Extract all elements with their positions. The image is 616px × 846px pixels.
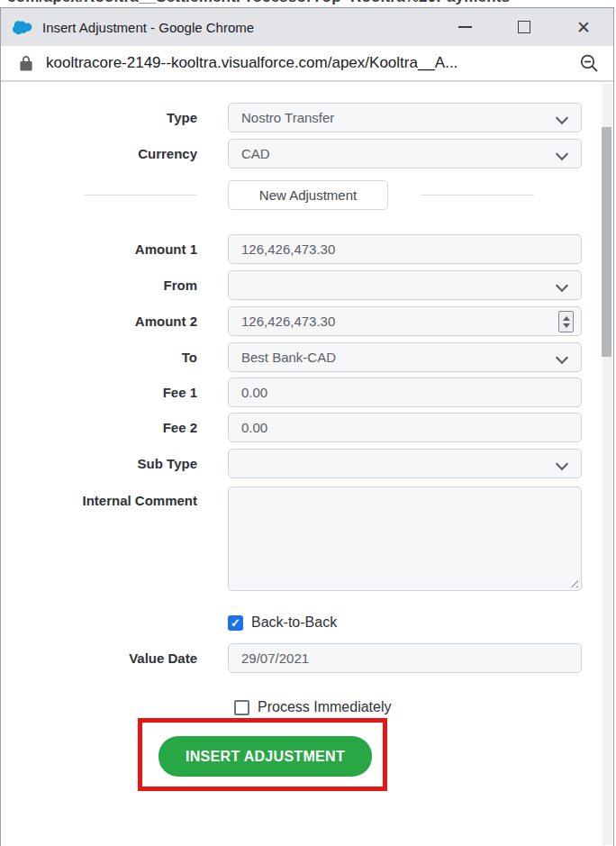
- form-row-subtype: Sub Type: [1, 449, 582, 478]
- url-bar: kooltracore-2149--kooltra.visualforce.co…: [1, 46, 613, 82]
- back-to-back-checkbox[interactable]: ✓: [228, 615, 243, 631]
- currency-label: Currency: [1, 146, 197, 161]
- amount2-input[interactable]: [228, 306, 582, 336]
- fee1-label: Fee 1: [1, 385, 197, 400]
- number-spinner-icon[interactable]: [558, 311, 574, 332]
- annotation-highlight-rectangle: INSERT ADJUSTMENT: [138, 718, 387, 791]
- minimize-icon: [458, 26, 472, 28]
- new-adjustment-button[interactable]: New Adjustment: [228, 180, 388, 210]
- background-url-text: com/apex/Kooltra__SettlementProcessor?op…: [7, 0, 616, 6]
- internal-comment-label: Internal Comment: [1, 493, 197, 508]
- process-immediately-label: Process Immediately: [258, 699, 392, 715]
- magnifier-minus-icon[interactable]: [580, 54, 599, 73]
- type-select[interactable]: Nostro Transfer: [228, 103, 582, 132]
- amount1-input[interactable]: [228, 234, 582, 264]
- scrollbar-thumb[interactable]: [602, 127, 611, 357]
- minimize-button[interactable]: [435, 8, 494, 46]
- window-controls: ✕: [435, 8, 613, 46]
- type-value: Nostro Transfer: [241, 110, 334, 125]
- value-date-input[interactable]: [228, 643, 582, 673]
- back-to-back-label: Back-to-Back: [251, 614, 337, 631]
- subtype-select[interactable]: [228, 449, 582, 478]
- window-titlebar: Insert Adjustment - Google Chrome ✕: [1, 8, 613, 46]
- form-row-amount1: Amount 1: [1, 234, 582, 264]
- divider-line-left: [84, 195, 197, 196]
- salesforce-cloud-icon: [13, 20, 33, 35]
- window-title: Insert Adjustment - Google Chrome: [42, 20, 254, 35]
- popup-window: Insert Adjustment - Google Chrome ✕ kool…: [0, 7, 614, 846]
- value-date-label: Value Date: [1, 650, 197, 666]
- insert-adjustment-button[interactable]: INSERT ADJUSTMENT: [159, 736, 372, 777]
- type-label: Type: [1, 110, 197, 125]
- background-window-clipped-url: com/apex/Kooltra__SettlementProcessor?op…: [0, 0, 616, 7]
- url-text[interactable]: kooltracore-2149--kooltra.visualforce.co…: [46, 54, 457, 72]
- subtype-label: Sub Type: [1, 456, 197, 471]
- amount1-label: Amount 1: [1, 241, 197, 257]
- currency-value: CAD: [241, 146, 270, 161]
- chevron-down-icon: [556, 148, 568, 160]
- back-to-back-row: ✓ Back-to-Back: [228, 614, 337, 631]
- chevron-down-icon: [556, 112, 568, 124]
- form-row-fee1: Fee 1: [1, 378, 582, 407]
- chevron-down-icon: [556, 458, 568, 470]
- form-content: Type Nostro Transfer Currency CAD New Ad…: [1, 84, 613, 845]
- form-row-currency: Currency CAD: [1, 139, 582, 168]
- currency-select[interactable]: CAD: [228, 139, 582, 168]
- amount2-label: Amount 2: [1, 314, 197, 329]
- spinner-up-icon[interactable]: [563, 316, 570, 321]
- from-label: From: [1, 277, 197, 293]
- from-select[interactable]: [228, 270, 582, 300]
- form-row-type: Type Nostro Transfer: [1, 103, 582, 132]
- form-row-from: From: [1, 270, 582, 300]
- maximize-icon: [518, 21, 530, 33]
- spinner-down-icon[interactable]: [563, 323, 570, 328]
- form-row-fee2: Fee 2: [1, 413, 582, 442]
- form-row-to: To Best Bank-CAD: [1, 342, 582, 372]
- to-value: Best Bank-CAD: [241, 350, 336, 365]
- chevron-down-icon: [556, 351, 568, 364]
- form-row-value-date: Value Date: [1, 643, 582, 673]
- lock-icon[interactable]: [20, 56, 32, 71]
- process-immediately-row: Process Immediately: [234, 699, 392, 715]
- close-button[interactable]: ✕: [554, 8, 613, 46]
- fee1-input[interactable]: [228, 378, 582, 407]
- fee2-label: Fee 2: [1, 420, 197, 435]
- chevron-down-icon: [556, 279, 568, 292]
- to-select[interactable]: Best Bank-CAD: [228, 342, 582, 372]
- fee2-input[interactable]: [228, 413, 582, 442]
- to-label: To: [1, 350, 197, 365]
- scrollbar-track[interactable]: [602, 84, 612, 845]
- maximize-button[interactable]: [494, 8, 554, 46]
- divider-line-right: [421, 195, 534, 196]
- internal-comment-textarea[interactable]: [228, 487, 582, 591]
- process-immediately-checkbox[interactable]: [234, 700, 249, 715]
- form-row-amount2: Amount 2: [1, 306, 582, 336]
- close-icon: ✕: [576, 19, 591, 36]
